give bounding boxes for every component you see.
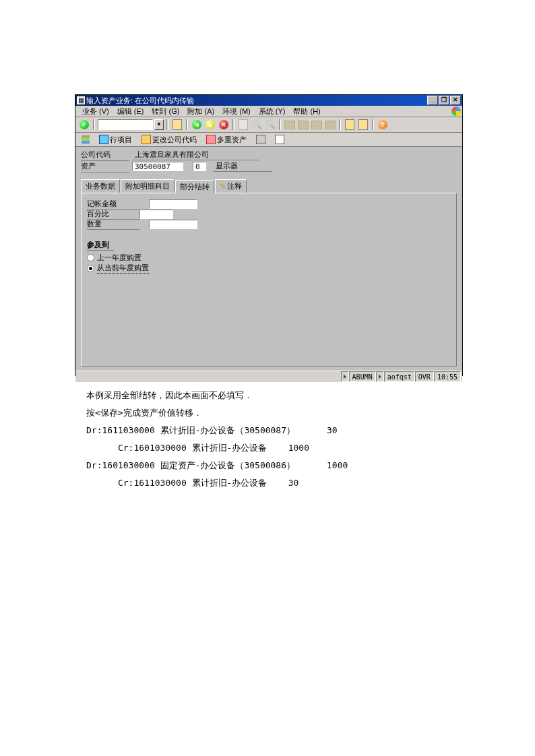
command-dropdown[interactable]: ▼ (154, 119, 164, 130)
tab-transaction-data[interactable]: 业务数据 (81, 179, 120, 193)
standard-toolbar: ✓ ▼ ◄ ▲ ✕ 🔍 🔍 ? (75, 117, 462, 133)
percent-input[interactable] (139, 210, 173, 219)
multi-icon (206, 135, 216, 144)
status-user: aofqst (384, 371, 415, 382)
statusbar: ABUMN aofqst OVR 10:55 (75, 371, 462, 382)
menu-business[interactable]: 业务 (V) (78, 106, 113, 117)
menubar: 业务 (V) 编辑 (E) 转到 (G) 附加 (A) 环境 (M) 系统 (Y… (75, 106, 462, 117)
menu-extra[interactable]: 附加 (A) (183, 106, 218, 117)
exit-button[interactable]: ▲ (204, 119, 216, 131)
radio-current-year-label: 从当前年度购置 (97, 263, 149, 274)
find-next-icon: 🔍 (265, 120, 276, 129)
minimize-button[interactable]: _ (427, 96, 438, 105)
menu-env[interactable]: 环境 (M) (218, 106, 255, 117)
menu-goto[interactable]: 转到 (G) (148, 106, 183, 117)
line-items-button[interactable]: 行项目 (96, 133, 135, 146)
company-name-display: 上海震旦家具有限公司 (132, 150, 259, 160)
posting-amount-input[interactable] (149, 199, 197, 209)
status-tcode: ABUMN (349, 371, 376, 382)
tab-strip: 业务数据 附加明细科目 部分结转 ✎注释 (75, 175, 462, 193)
help-icon: ? (378, 120, 387, 129)
next-page-button (311, 119, 323, 131)
tab-additional-details[interactable]: 附加明细科目 (121, 179, 175, 193)
asset-description: 显示器 (213, 161, 272, 172)
radio-current-year[interactable] (87, 265, 94, 272)
command-field[interactable] (98, 119, 153, 130)
separator (232, 119, 234, 130)
grid-icon (99, 135, 108, 144)
status-mode: OVR (415, 371, 434, 382)
doc-button[interactable] (272, 133, 288, 146)
back-icon: ◄ (192, 120, 201, 129)
save-button[interactable] (171, 119, 183, 131)
calc-button[interactable] (253, 133, 269, 146)
last-page-icon (325, 121, 336, 129)
asset-subnumber-input[interactable] (193, 162, 206, 171)
separator (93, 119, 95, 130)
radio-prev-year-label: 上一年度购置 (97, 253, 141, 263)
tab-label-2: 附加明细科目 (125, 181, 170, 191)
doc-line-2: 按<保存>完成资产价值转移． (86, 407, 202, 419)
company-code-label: 公司代码 (81, 150, 129, 161)
separator (166, 119, 168, 130)
cancel-button[interactable]: ✕ (218, 119, 230, 131)
quantity-label: 数量 (87, 219, 139, 230)
back-button[interactable]: ◄ (191, 119, 203, 131)
percent-label: 百分比 (87, 209, 139, 220)
next-page-icon (311, 121, 322, 129)
posting-amount-label: 记帐金额 (87, 199, 139, 210)
menu-edit[interactable]: 编辑 (E) (113, 106, 148, 117)
header-area: 公司代码 上海震旦家具有限公司 资产 显示器 (75, 147, 462, 175)
doc-line-6: Cr:1611030000 累计折旧-办公设备 30 (86, 477, 298, 489)
asset-label: 资产 (81, 161, 129, 172)
titlebar: ▦ 输入资产业务: 在公司代码内传输 _ ❐ ✕ (75, 95, 462, 106)
doc-line-3: Dr:1611030000 累计折旧-办公设备（30500087） 30 (86, 424, 338, 437)
prev-page-icon (298, 121, 309, 129)
print-icon (239, 119, 248, 130)
quantity-input[interactable] (149, 220, 197, 229)
partial-transfer-panel: 记帐金额 百分比 数量 参及到 上一年度购置 从当前年度购置 (81, 193, 457, 367)
doc-line-1: 本例采用全部结转，因此本画面不必填写． (86, 389, 253, 402)
close-button[interactable]: ✕ (450, 96, 461, 105)
multiple-assets-button[interactable]: 多重资产 (203, 133, 250, 146)
tab-partial-transfer[interactable]: 部分结转 (175, 180, 214, 193)
app-toolbar: 行项目 更改公司代码 多重资产 (75, 133, 462, 147)
shortcut-button[interactable] (357, 119, 369, 131)
sap-window: ▦ 输入资产业务: 在公司代码内传输 _ ❐ ✕ 业务 (V) 编辑 (E) 转… (75, 94, 463, 376)
menu-help[interactable]: 帮助 (H) (289, 106, 324, 117)
note-icon: ✎ (220, 182, 226, 191)
menu-system[interactable]: 系统 (Y) (255, 106, 290, 117)
exit-icon: ▲ (206, 120, 215, 129)
multiple-assets-label: 多重资产 (217, 135, 247, 145)
restore-button[interactable]: ❐ (439, 96, 449, 105)
last-page-button (324, 119, 336, 131)
session-icon (345, 119, 354, 130)
change-company-button[interactable]: 更改公司代码 (138, 133, 200, 146)
hierarchy-icon (82, 135, 90, 144)
relates-to-heading: 参及到 (87, 240, 114, 251)
separator (339, 119, 341, 130)
calc-icon (256, 135, 265, 144)
status-expand2-icon[interactable] (376, 371, 384, 382)
help-button[interactable]: ? (377, 119, 389, 131)
find-next-button: 🔍 (264, 119, 276, 131)
asset-number-input[interactable] (132, 162, 183, 171)
tab-label-4: 注释 (227, 181, 242, 191)
save-icon (172, 119, 182, 130)
prev-page-button (297, 119, 309, 131)
building-icon (141, 135, 151, 144)
status-expand-icon[interactable] (341, 371, 349, 382)
tab-note[interactable]: ✎注释 (215, 179, 247, 193)
app-icon: ▦ (77, 96, 85, 104)
enter-button[interactable]: ✓ (78, 119, 90, 131)
shortcut-icon (358, 119, 368, 130)
separator (279, 119, 281, 130)
find-button: 🔍 (251, 119, 263, 131)
status-time: 10:55 (434, 371, 461, 382)
hierarchy-button[interactable] (78, 133, 93, 146)
new-session-button[interactable] (344, 119, 356, 131)
radio-prev-year[interactable] (87, 254, 94, 261)
first-page-icon (284, 121, 295, 129)
separator (372, 119, 374, 130)
doc-line-4: Cr:1601030000 累计折旧-办公设备 1000 (86, 442, 309, 454)
